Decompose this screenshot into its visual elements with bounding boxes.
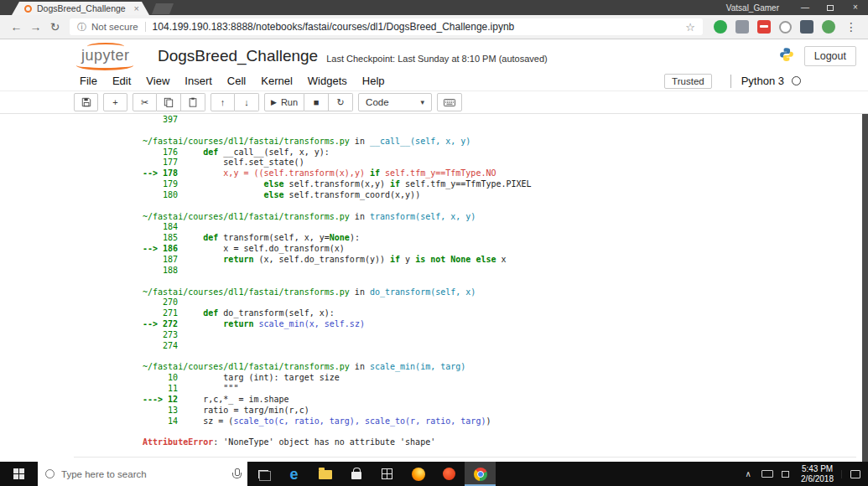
jupyter-logo-bottom-arc-icon xyxy=(76,60,133,70)
cut-cell-button[interactable]: ✂ xyxy=(133,93,157,111)
interrupt-kernel-button[interactable]: ■ xyxy=(304,93,329,111)
chrome-icon xyxy=(474,468,487,481)
search-icon xyxy=(45,469,55,478)
chevron-down-icon: ▾ xyxy=(421,98,425,106)
taskbar-search[interactable]: Type here to search xyxy=(38,462,247,486)
action-center-button[interactable] xyxy=(841,470,868,478)
jupyter-favicon-icon xyxy=(24,5,32,13)
scrollbar[interactable] xyxy=(862,114,868,462)
url-text[interactable]: 104.199.190.183:8888/notebooks/fastai/co… xyxy=(153,21,681,33)
maximize-button[interactable] xyxy=(818,0,843,15)
browser-menu-icon[interactable]: ⋮ xyxy=(845,20,857,34)
run-label: Run xyxy=(281,97,298,107)
extension-icon-4[interactable] xyxy=(779,21,792,34)
bookmark-star-icon[interactable]: ☆ xyxy=(685,21,695,34)
close-button[interactable]: × xyxy=(843,0,868,15)
browser-titlebar: DogsBreed_Challenge × Vatsal_Gamer — × xyxy=(0,0,868,15)
explorer-taskbar-button[interactable] xyxy=(309,462,340,486)
extension-icon-5[interactable] xyxy=(800,20,813,34)
kernel-status-icon xyxy=(792,76,801,85)
address-bar[interactable]: ⓘ Not secure 104.199.190.183:8888/notebo… xyxy=(70,18,703,35)
jupyter-page: jupyter DogsBreed_Challenge Last Checkpo… xyxy=(0,40,868,462)
extension-icon-2[interactable] xyxy=(735,20,749,34)
insert-cell-button[interactable]: + xyxy=(103,93,127,111)
kernel-name: Python 3 xyxy=(741,75,784,87)
extension-icon-6[interactable] xyxy=(822,20,835,34)
trusted-badge: Trusted xyxy=(664,74,712,89)
orange-app-icon xyxy=(443,468,455,480)
run-button[interactable]: ▶ Run xyxy=(264,93,304,111)
menu-help[interactable]: Help xyxy=(355,73,392,89)
firefox-taskbar-button[interactable] xyxy=(403,462,434,486)
notification-icon xyxy=(850,470,860,478)
menu-kernel[interactable]: Kernel xyxy=(253,73,300,89)
save-icon xyxy=(81,97,91,107)
cell-divider xyxy=(74,457,856,458)
move-cell-down-button[interactable]: ↓ xyxy=(235,93,259,111)
forward-button[interactable]: → xyxy=(26,20,45,34)
tray-expand-icon[interactable]: ∧ xyxy=(739,469,757,478)
menu-cell[interactable]: Cell xyxy=(220,73,253,89)
reload-button[interactable]: ↻ xyxy=(45,20,65,34)
taskbar-clock[interactable]: 5:43 PM 2/6/2018 xyxy=(793,464,841,483)
firefox-icon xyxy=(412,468,425,481)
orange-app-taskbar-button[interactable] xyxy=(434,462,465,486)
cell-type-value: Code xyxy=(366,97,389,107)
browser-toolbar: ← → ↻ ⓘ Not secure 104.199.190.183:8888/… xyxy=(0,15,868,39)
checkpoint-text: Last Checkpoint: Last Sunday at 8:10 PM xyxy=(326,54,496,64)
info-icon[interactable]: ⓘ xyxy=(77,21,86,34)
notebook-header: jupyter DogsBreed_Challenge Last Checkpo… xyxy=(0,40,868,71)
menu-file[interactable]: File xyxy=(72,73,105,89)
browser-tab[interactable]: DogsBreed_Challenge × xyxy=(12,2,149,15)
traceback-output: 397 ~/fastai/courses/dl1/fastai/transfor… xyxy=(143,115,532,448)
edge-taskbar-button[interactable]: e xyxy=(278,462,309,486)
paste-icon xyxy=(188,97,198,107)
grid-app-taskbar-button[interactable] xyxy=(372,462,403,486)
omnibox-divider xyxy=(145,22,146,32)
move-cell-up-button[interactable]: ↑ xyxy=(211,93,235,111)
command-palette-button[interactable] xyxy=(437,93,462,111)
extension-icon-1[interactable] xyxy=(714,20,727,34)
menu-widgets[interactable]: Widgets xyxy=(300,73,355,89)
new-tab-button[interactable] xyxy=(152,3,174,14)
jupyter-logo[interactable]: jupyter xyxy=(74,44,138,69)
tab-close-icon[interactable]: × xyxy=(134,4,139,13)
keyboard-icon xyxy=(444,99,455,106)
task-view-button[interactable] xyxy=(247,462,278,486)
start-button[interactable] xyxy=(0,462,38,486)
store-bag-icon xyxy=(351,472,361,479)
microphone-icon[interactable] xyxy=(232,468,240,480)
window-controls: Vatsal_Gamer — × xyxy=(726,0,868,15)
security-label: Not secure xyxy=(91,22,138,32)
menu-insert[interactable]: Insert xyxy=(177,73,220,89)
clock-time: 5:43 PM xyxy=(801,464,834,474)
tray-network-icon[interactable] xyxy=(782,471,789,478)
save-button[interactable] xyxy=(74,93,98,111)
grid-app-icon xyxy=(382,468,392,479)
copy-cell-button[interactable] xyxy=(157,93,181,111)
windows-taskbar: Type here to search e ∧ 5:43 PM 2/6/2018 xyxy=(0,462,868,486)
chrome-profile-name[interactable]: Vatsal_Gamer xyxy=(726,3,779,13)
system-tray: ∧ 5:43 PM 2/6/2018 xyxy=(739,462,868,486)
paste-cell-button[interactable] xyxy=(181,93,205,111)
screen: DogsBreed_Challenge × Vatsal_Gamer — × ←… xyxy=(0,0,868,486)
autosave-text: (autosaved) xyxy=(499,54,548,64)
maximize-icon xyxy=(827,5,834,11)
minimize-button[interactable]: — xyxy=(793,0,818,15)
search-placeholder: Type here to search xyxy=(61,469,226,479)
menu-view[interactable]: View xyxy=(138,73,177,89)
menu-edit[interactable]: Edit xyxy=(105,73,138,89)
back-button[interactable]: ← xyxy=(7,20,26,34)
run-icon: ▶ xyxy=(271,98,277,106)
checkpoint-status: Last Checkpoint: Last Sunday at 8:10 PM … xyxy=(326,48,548,64)
restart-kernel-button[interactable]: ↻ xyxy=(329,93,353,111)
tab-title: DogsBreed_Challenge xyxy=(37,3,131,13)
logout-button[interactable]: Logout xyxy=(804,46,856,66)
task-view-icon xyxy=(258,470,268,478)
tray-keyboard-icon[interactable] xyxy=(761,470,773,478)
notebook-title[interactable]: DogsBreed_Challenge xyxy=(158,47,318,65)
chrome-taskbar-button[interactable] xyxy=(465,462,496,486)
cell-type-select[interactable]: Code ▾ xyxy=(358,93,432,111)
extension-icon-3[interactable] xyxy=(757,20,771,34)
store-taskbar-button[interactable] xyxy=(340,462,372,486)
